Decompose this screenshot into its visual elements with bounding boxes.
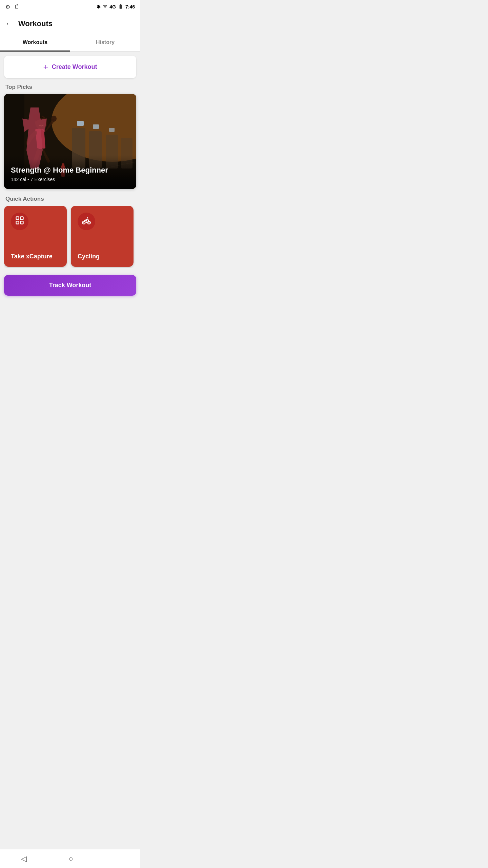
svg-rect-7: [77, 121, 84, 126]
svg-rect-9: [109, 128, 115, 132]
top-picks-info: Strength @ Home Beginner 142 cal • 7 Exe…: [4, 159, 136, 189]
create-workout-button[interactable]: + Create Workout: [43, 62, 97, 72]
tab-history[interactable]: History: [70, 34, 140, 51]
svg-point-13: [51, 116, 57, 122]
nav-recent-button[interactable]: □: [107, 852, 127, 866]
bottom-nav: ◁ ○ □: [0, 849, 140, 868]
quick-actions-section-label: Quick Actions: [5, 196, 135, 202]
tabs-container: Workouts History: [0, 34, 140, 52]
svg-rect-17: [20, 217, 23, 219]
app-bar: ← Workouts: [0, 14, 140, 34]
svg-rect-18: [16, 221, 19, 224]
top-picks-section-label: Top Picks: [5, 84, 135, 91]
tab-workouts[interactable]: Workouts: [0, 34, 70, 51]
bluetooth-icon: ✱: [97, 4, 101, 9]
nav-back-button[interactable]: ◁: [13, 852, 35, 866]
plus-icon: +: [43, 62, 48, 72]
create-workout-card[interactable]: + Create Workout: [4, 56, 136, 78]
track-workout-label: Track Workout: [49, 282, 92, 289]
xcapture-card[interactable]: Take xCapture: [4, 206, 67, 267]
svg-rect-16: [16, 217, 19, 219]
tasks-icon: 🗒: [14, 4, 20, 10]
page-title: Workouts: [18, 19, 53, 28]
cycling-icon-circle: [78, 213, 95, 230]
settings-icon: ⚙: [5, 4, 10, 10]
create-workout-label: Create Workout: [52, 63, 97, 71]
svg-rect-19: [20, 221, 23, 224]
battery-icon: [118, 4, 123, 10]
status-bar: ⚙ 🗒 ✱ 4G 7:46: [0, 0, 140, 14]
xcapture-label: Take xCapture: [11, 253, 60, 260]
top-picks-title: Strength @ Home Beginner: [11, 166, 129, 175]
scan-icon: [15, 216, 24, 228]
network-label: 4G: [109, 4, 116, 9]
status-bar-right: ✱ 4G 7:46: [97, 4, 135, 10]
cycle-icon: [82, 216, 91, 228]
cycling-card[interactable]: Cycling: [71, 206, 134, 267]
signal-icon: [103, 4, 107, 10]
nav-home-button[interactable]: ○: [60, 852, 81, 866]
time-display: 7:46: [125, 4, 135, 9]
back-button[interactable]: ←: [5, 19, 13, 28]
status-bar-left: ⚙ 🗒: [5, 4, 20, 10]
top-picks-meta: 142 cal • 7 Exercises: [11, 177, 129, 182]
track-workout-button[interactable]: Track Workout: [4, 275, 136, 296]
top-picks-card[interactable]: Strength @ Home Beginner 142 cal • 7 Exe…: [4, 94, 136, 189]
main-content: + Create Workout Top Picks: [0, 52, 140, 330]
quick-actions-row: Take xCapture Cycling: [4, 206, 136, 268]
cycling-label: Cycling: [78, 253, 127, 260]
svg-rect-8: [93, 124, 99, 129]
xcapture-icon-circle: [11, 213, 28, 230]
